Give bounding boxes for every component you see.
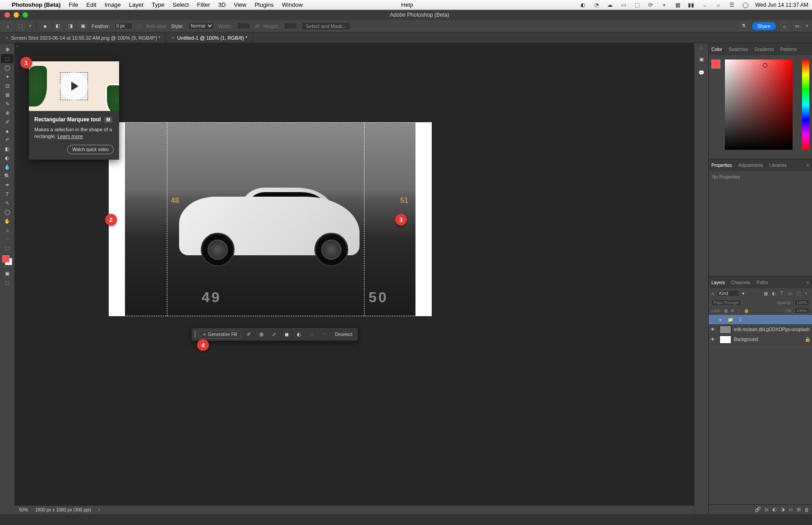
brush-select-icon[interactable]: ✐ [244,329,254,339]
workspace-icon[interactable]: ▭ [793,22,801,30]
chevron-right-icon[interactable]: › [98,507,100,512]
visibility-toggle[interactable]: 👁 [710,327,717,332]
menu-3d[interactable]: 3D [218,1,226,8]
layer-name[interactable]: 1 [739,317,742,322]
fill-select-icon[interactable]: ◼ [281,329,291,339]
move-tool[interactable]: ✥ [1,45,14,54]
layer-thumbnail[interactable] [720,326,731,334]
chevron-right-icon[interactable]: ▸ [720,317,722,322]
generative-fill-button[interactable]: ✧ Generative Fill [198,330,241,339]
lasso-tool[interactable]: ◯ [1,63,14,72]
filter-toggle-icon[interactable]: • [803,290,809,297]
visibility-toggle[interactable]: 👁 [710,337,717,342]
menu-select[interactable]: Select [173,1,189,8]
collapse-handle[interactable]: « [16,44,18,48]
app-name[interactable]: Photoshop (Beta) [12,1,60,8]
filter-type-icon[interactable]: T [779,290,785,297]
menu-help[interactable]: Help [401,1,413,8]
close-window-button[interactable] [5,12,10,18]
eraser-tool[interactable]: ◧ [1,144,14,153]
tab-patterns[interactable]: Patterns [780,47,797,52]
minimize-window-button[interactable] [14,12,19,18]
marquee-tool-icon[interactable]: ⬚ [16,22,24,30]
tray-icon-3[interactable]: ☁ [606,1,614,9]
path-tool[interactable]: ↖ [1,198,14,207]
foreground-color[interactable] [2,255,9,262]
layer-name[interactable]: Background [734,337,758,342]
gradient-tool[interactable]: ◐ [1,153,14,162]
selection-intersect-icon[interactable]: ▣ [79,22,87,30]
select-and-mask-button[interactable]: Select and Mask... [302,22,351,30]
shape-tool[interactable]: ◯ [1,207,14,216]
selection-new-icon[interactable]: ■ [41,22,49,30]
layer-image[interactable]: 👁 erik-mclean-dbLgODXOPgo-unsplash [709,325,812,335]
menu-edit[interactable]: Edit [86,1,96,8]
tray-control-icon[interactable]: ☰ [728,1,735,9]
more-options-icon[interactable]: ⋯ [319,329,329,339]
lock-icon[interactable]: 🔒 [805,337,810,342]
watch-video-button[interactable]: Watch quick video [67,145,114,154]
menu-image[interactable]: Image [105,1,121,8]
link-layers-icon[interactable]: 🔗 [755,507,761,512]
contextual-taskbar[interactable]: ✧ Generative Fill ✐ ⊞ ⤢ ◼ ◐ ◇ ⋯ Deselect [191,327,358,341]
quickmask-tool[interactable]: ▣ [1,269,14,278]
blur-tool[interactable]: 💧 [1,162,14,171]
menubar-datetime[interactable]: Wed Jun 14 11:37 AM [755,2,808,8]
height-input[interactable] [284,23,297,29]
expand-handle[interactable]: » [700,46,702,50]
doc-dimensions[interactable]: 1800 px x 1080 px (300 ppi) [35,507,91,512]
tray-search-icon[interactable]: ⌕ [715,1,722,9]
fill-value[interactable]: 100% [794,308,809,314]
swap-wh-icon[interactable]: ⇄ [255,23,259,29]
tab-properties[interactable]: Properties [711,163,732,168]
magic-wand-tool[interactable]: ✦ [1,72,14,81]
color-swatch[interactable] [2,255,12,265]
width-input[interactable] [237,23,250,29]
panel-menu-icon[interactable]: ≡ [807,280,809,285]
play-icon[interactable] [60,72,88,100]
panel-menu-icon[interactable]: ≡ [807,163,809,168]
layer-background[interactable]: 👁 Background 🔒 [709,335,812,345]
learn-more-link[interactable]: Learn more [57,134,83,139]
filter-pixel-icon[interactable]: ▦ [762,290,769,297]
canvas[interactable]: « 48 49 51 49 50 [14,43,694,505]
menu-type[interactable]: Type [152,1,164,8]
tab-gradients[interactable]: Gradients [754,47,774,52]
new-layer-icon[interactable]: ⊞ [797,507,801,512]
fx-icon[interactable]: fx [765,507,769,512]
document-tab-1[interactable]: × Screen Shot 2023-06-14 at 10.55.32 AM.… [0,32,166,43]
selection-subtract-icon[interactable]: ◨ [66,22,74,30]
close-tab-icon[interactable]: × [171,35,174,41]
color-picker[interactable] [709,55,812,159]
deselect-button[interactable]: Deselect [332,332,355,337]
history-panel-icon[interactable]: ▣ [697,55,706,64]
hand-tool[interactable]: ✋ [1,216,14,226]
current-color-swatch[interactable] [711,60,720,69]
tray-icon-6[interactable]: ⟳ [647,1,654,9]
menu-filter[interactable]: Filter [197,1,210,8]
tab-swatches[interactable]: Swatches [729,47,748,52]
dodge-tool[interactable]: 🔍 [1,171,14,180]
frame-tool[interactable]: ⊠ [1,90,14,99]
tray-bluetooth-icon[interactable]: ⌖ [660,1,668,9]
lock-position-icon[interactable]: ✥ [731,309,734,313]
filter-adjust-icon[interactable]: ◐ [770,290,777,297]
selection-add-icon[interactable]: ◧ [54,22,62,30]
anti-alias-checkbox[interactable]: ☐ [137,23,142,29]
tab-paths[interactable]: Paths [757,280,768,285]
taskbar-handle[interactable] [194,331,196,338]
home-icon[interactable]: ⌂ [4,22,12,30]
marquee-tool[interactable]: ⬚ [1,54,14,63]
pen-tool[interactable]: ✒ [1,180,14,189]
menu-layer[interactable]: Layer [129,1,144,8]
search-icon[interactable]: ⌕ [780,22,789,30]
brush-tool[interactable]: ✐ [1,117,14,126]
layer-filter-input[interactable] [717,290,739,297]
menu-plugins[interactable]: Plugins [254,1,274,8]
screenmode-tool[interactable]: ⬚ [1,278,14,287]
tab-adjustments[interactable]: Adjustments [738,163,763,168]
type-tool[interactable]: T [1,189,14,198]
comments-panel-icon[interactable]: 💬 [697,68,706,77]
tray-icon-8[interactable]: ▦ [674,1,681,9]
menu-file[interactable]: File [69,1,78,8]
